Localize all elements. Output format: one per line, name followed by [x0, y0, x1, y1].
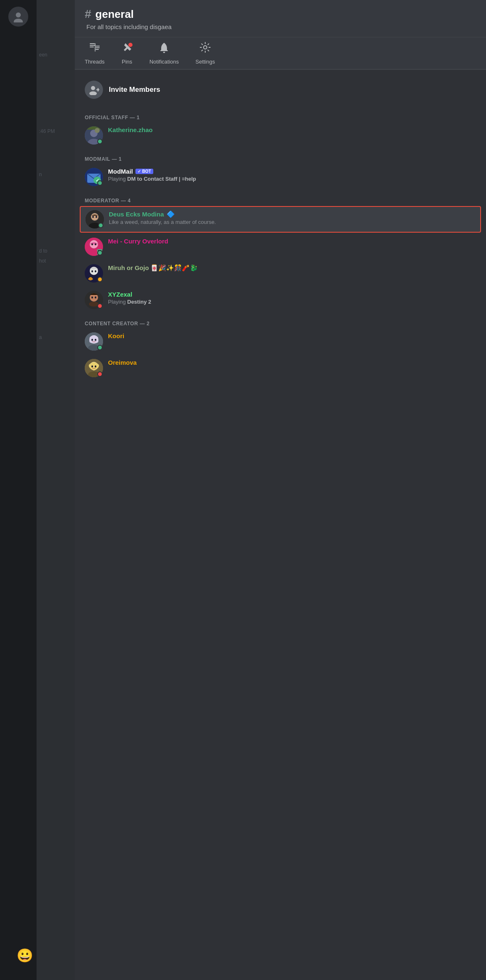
member-miruh[interactable]: Miruh or Gojo 🀄🎉✨🎊🧨🐉	[80, 261, 481, 286]
channel-title-row: # general	[85, 7, 476, 21]
svg-point-44	[95, 297, 96, 299]
svg-point-1	[14, 19, 23, 22]
status-xyzexal	[97, 303, 103, 309]
svg-point-10	[163, 52, 165, 53]
svg-rect-4	[90, 47, 94, 47]
section-content-creator: CONTENT CREATOR — 2	[80, 317, 481, 329]
member-katherine[interactable]: Katherine.zhao	[80, 123, 481, 148]
notifications-label: Notifications	[150, 59, 179, 65]
toolbar-pins[interactable]: Pins	[121, 42, 133, 65]
svg-point-29	[92, 216, 94, 218]
status-oreimova	[97, 371, 103, 377]
user-icon[interactable]	[8, 7, 28, 27]
section-moderator: MODERATOR — 4	[80, 194, 481, 206]
avatar-wrap-mei	[85, 238, 103, 256]
member-info-mei: Mei - Curry Overlord	[108, 238, 168, 245]
svg-point-55	[95, 366, 96, 368]
member-name-row-mei: Mei - Curry Overlord	[108, 238, 168, 245]
avatar-wrap-deus	[86, 210, 104, 228]
avatar-wrap-modmail: ✓	[85, 168, 103, 186]
svg-point-39	[91, 270, 93, 273]
svg-rect-5	[96, 46, 100, 47]
avatar-wrap-koori	[85, 332, 103, 351]
member-info-xyzexal: XYZexal Playing Destiny 2	[108, 291, 151, 305]
member-name-miruh: Miruh or Gojo 🀄🎉✨🎊🧨🐉	[108, 264, 198, 272]
status-deus	[98, 223, 103, 228]
main-panel: # general For all topics including disga…	[75, 0, 486, 980]
member-info-katherine: Katherine.zhao	[108, 126, 153, 133]
modmail-status: Playing DM to Contact Staff | =help	[108, 176, 196, 182]
svg-point-40	[95, 270, 96, 273]
invite-members-row[interactable]: Invite Members	[80, 76, 481, 103]
svg-rect-2	[90, 43, 95, 44]
threads-label: Threads	[85, 59, 105, 65]
avatar-wrap-xyzexal	[85, 291, 103, 309]
toolbar-notifications[interactable]: Notifications	[150, 42, 179, 65]
toolbar: Threads Pins Notifications	[75, 37, 486, 70]
members-list: Invite Members OFFICIAL STAFF — 1	[75, 70, 486, 980]
svg-point-34	[95, 243, 96, 246]
deus-status: Like a weed, naturally, as a matter of c…	[109, 219, 216, 225]
emoji-bar[interactable]: 😀	[7, 941, 43, 970]
avatar-wrap-katherine	[85, 126, 103, 145]
avatar-wrap-miruh	[85, 264, 103, 282]
settings-icon	[199, 42, 211, 56]
bg-chat-text: een :46 PM n d to hot a	[37, 0, 75, 342]
bg-chat-bleed: een :46 PM n d to hot a	[37, 0, 75, 980]
svg-rect-7	[96, 49, 99, 50]
section-modmail: MODMAIL — 1	[80, 153, 481, 165]
svg-point-12	[91, 86, 95, 90]
member-name-oreimova: Oreimova	[108, 359, 137, 366]
bot-badge: ✓ BOT	[135, 169, 153, 174]
threads-icon	[89, 42, 101, 56]
svg-point-43	[91, 297, 93, 299]
member-deus[interactable]: Deus Ecks Modina 🔷 Like a weed, naturall…	[80, 206, 481, 233]
pins-icon	[121, 42, 133, 56]
member-name-deus: Deus Ecks Modina	[109, 211, 164, 218]
member-info-modmail: ModMail ✓ BOT Playing DM to Contact Staf…	[108, 168, 196, 182]
pins-label: Pins	[122, 59, 132, 65]
member-name-mei: Mei - Curry Overlord	[108, 238, 168, 245]
member-name-row-modmail: ModMail ✓ BOT	[108, 168, 196, 175]
notifications-icon	[158, 42, 170, 56]
member-name-row-deus: Deus Ecks Modina 🔷	[109, 210, 216, 218]
avatar-wrap-oreimova	[85, 359, 103, 377]
status-mei	[97, 250, 103, 255]
member-name-koori: Koori	[108, 332, 124, 339]
svg-point-28	[91, 213, 98, 221]
svg-point-30	[96, 216, 97, 218]
svg-point-20	[95, 128, 100, 133]
channel-description: For all topics including disgaea	[85, 23, 476, 30]
svg-point-33	[91, 243, 93, 246]
invite-label: Invite Members	[109, 86, 160, 94]
channel-name: general	[96, 8, 134, 21]
member-mei[interactable]: Mei - Curry Overlord	[80, 234, 481, 259]
member-info-miruh: Miruh or Gojo 🀄🎉✨🎊🧨🐉	[108, 264, 198, 272]
status-modmail	[97, 180, 103, 186]
channel-hash-icon: #	[85, 7, 91, 21]
member-modmail[interactable]: ✓ ModMail ✓ BOT Playing DM to Contact St…	[80, 165, 481, 189]
svg-rect-19	[85, 126, 103, 130]
svg-rect-3	[90, 45, 96, 46]
member-koori[interactable]: Koori	[80, 329, 481, 354]
member-xyzexal[interactable]: XYZexal Playing Destiny 2	[80, 287, 481, 312]
member-info-deus: Deus Ecks Modina 🔷 Like a weed, naturall…	[109, 210, 216, 225]
status-katherine	[97, 139, 103, 144]
status-koori	[97, 345, 103, 350]
member-name-row-katherine: Katherine.zhao	[108, 126, 153, 133]
member-oreimova[interactable]: Oreimova	[80, 356, 481, 381]
svg-point-0	[16, 12, 21, 17]
member-name-row-xyzexal: XYZexal	[108, 291, 151, 298]
member-name-modmail: ModMail	[108, 168, 133, 175]
svg-rect-6	[96, 47, 100, 48]
svg-point-9	[128, 43, 133, 47]
shield-icon-deus: 🔷	[167, 210, 175, 218]
invite-avatar	[85, 81, 103, 99]
toolbar-threads[interactable]: Threads	[85, 42, 105, 65]
member-name-katherine: Katherine.zhao	[108, 126, 153, 133]
svg-point-54	[91, 366, 93, 368]
toolbar-settings[interactable]: Settings	[196, 42, 215, 65]
emoji-smiley[interactable]: 😀	[17, 948, 33, 963]
member-info-oreimova: Oreimova	[108, 359, 137, 366]
section-official-staff: OFFICIAL STAFF — 1	[80, 111, 481, 123]
